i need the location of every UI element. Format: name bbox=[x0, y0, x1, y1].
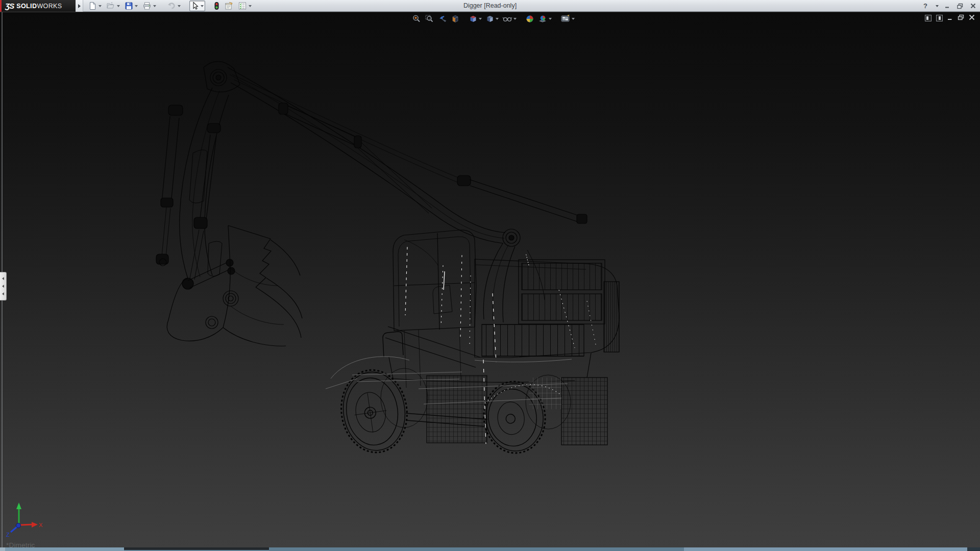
pane-bar-icon bbox=[926, 16, 928, 20]
hide-show-items-icon bbox=[502, 14, 512, 23]
toggle-left-pane-button[interactable] bbox=[925, 15, 932, 21]
save-button[interactable] bbox=[123, 1, 139, 11]
menu-expand-button[interactable] bbox=[76, 0, 83, 12]
print-icon bbox=[142, 2, 152, 10]
hide-show-dropdown-arrow[interactable] bbox=[513, 18, 517, 20]
taskbar-segment[interactable] bbox=[269, 547, 684, 551]
zoom-to-area-button[interactable] bbox=[424, 14, 434, 24]
doc-minimize-button[interactable] bbox=[947, 15, 953, 21]
options-button[interactable] bbox=[236, 1, 253, 11]
view-orientation-icon bbox=[469, 14, 478, 23]
expand-arrow-icon bbox=[78, 4, 81, 8]
view-orientation-dropdown-arrow[interactable] bbox=[479, 18, 482, 20]
doc-close-button[interactable] bbox=[969, 14, 975, 21]
toggle-pane-button[interactable] bbox=[936, 15, 943, 21]
select-arrow-icon bbox=[191, 2, 199, 10]
select-dropdown-arrow[interactable] bbox=[201, 5, 204, 7]
logo-red-strip bbox=[0, 0, 2, 12]
hide-show-items-button[interactable] bbox=[502, 14, 517, 24]
section-view-button[interactable] bbox=[450, 14, 460, 24]
rebuild-button[interactable] bbox=[212, 1, 221, 11]
select-button[interactable] bbox=[189, 1, 205, 11]
view-settings-button[interactable] bbox=[560, 14, 575, 24]
dassault-logo-glyph: ƷS bbox=[5, 2, 14, 10]
rebuild-traffic-light-icon bbox=[214, 2, 219, 10]
doc-minimize-icon bbox=[947, 15, 953, 20]
edit-appearance-icon bbox=[525, 14, 534, 23]
help-button[interactable]: ? bbox=[921, 2, 929, 10]
new-document-button[interactable] bbox=[87, 1, 103, 11]
close-icon bbox=[970, 3, 976, 9]
undo-button[interactable] bbox=[165, 1, 182, 11]
taskbar-segment bbox=[0, 547, 5, 551]
restore-button[interactable] bbox=[956, 2, 964, 10]
section-view-icon bbox=[451, 14, 460, 23]
brand-works: WORKS bbox=[37, 3, 62, 10]
previous-view-icon bbox=[437, 14, 447, 23]
apply-scene-dropdown-arrow[interactable] bbox=[549, 18, 552, 20]
doc-restore-icon bbox=[958, 14, 964, 20]
doc-restore-button[interactable] bbox=[958, 14, 964, 21]
display-style-dropdown-arrow[interactable] bbox=[496, 18, 499, 20]
quick-access-toolbar bbox=[87, 0, 253, 12]
title-bar: ƷS SOLIDWORKS Digger [Read-only] bbox=[0, 0, 980, 12]
new-document-icon bbox=[88, 2, 97, 10]
taskbar-segment[interactable] bbox=[684, 547, 967, 551]
options-dropdown-arrow[interactable] bbox=[249, 5, 252, 7]
apply-scene-button[interactable] bbox=[537, 14, 552, 24]
minimize-icon bbox=[945, 3, 950, 9]
brand-solid: SOLID bbox=[16, 3, 37, 10]
solidworks-logo: ƷS SOLIDWORKS bbox=[0, 0, 76, 12]
document-window-controls bbox=[925, 14, 975, 21]
display-style-button[interactable] bbox=[485, 14, 499, 24]
taskbar-segment[interactable] bbox=[124, 547, 269, 550]
undo-dropdown-arrow[interactable] bbox=[178, 5, 181, 7]
zoom-to-fit-icon bbox=[412, 14, 421, 23]
help-dropdown-arrow[interactable] bbox=[936, 5, 939, 7]
file-properties-button[interactable] bbox=[223, 1, 235, 11]
collapse-arrow-icon bbox=[2, 285, 4, 288]
taskbar-segment[interactable] bbox=[5, 547, 124, 551]
doc-close-icon bbox=[969, 14, 975, 20]
restore-icon bbox=[957, 3, 963, 9]
apply-scene-icon bbox=[538, 14, 548, 23]
help-glyph: ? bbox=[923, 2, 927, 10]
graphics-viewport[interactable] bbox=[0, 12, 980, 547]
view-orientation-button[interactable] bbox=[468, 14, 482, 24]
previous-view-button[interactable] bbox=[437, 14, 448, 24]
file-properties-icon bbox=[224, 2, 233, 10]
view-settings-icon bbox=[560, 14, 571, 23]
open-dropdown-arrow[interactable] bbox=[117, 5, 120, 7]
print-button[interactable] bbox=[141, 1, 158, 11]
pane-bar-icon bbox=[939, 16, 941, 20]
heads-up-view-toolbar bbox=[411, 14, 575, 24]
options-icon bbox=[238, 2, 247, 10]
edit-appearance-button[interactable] bbox=[525, 14, 535, 24]
print-dropdown-arrow[interactable] bbox=[153, 5, 156, 7]
undo-icon bbox=[166, 2, 176, 10]
collapse-arrow-icon bbox=[2, 277, 4, 280]
featuremanager-collapse-handle[interactable] bbox=[0, 272, 7, 300]
taskbar-segment bbox=[967, 547, 980, 551]
taskbar-edge[interactable] bbox=[0, 547, 980, 551]
view-settings-dropdown-arrow[interactable] bbox=[572, 18, 575, 20]
zoom-to-fit-button[interactable] bbox=[411, 14, 422, 24]
collapse-arrow-icon bbox=[2, 292, 4, 295]
save-dropdown-arrow[interactable] bbox=[135, 5, 138, 7]
open-button[interactable] bbox=[105, 1, 121, 11]
new-dropdown-arrow[interactable] bbox=[99, 5, 102, 7]
display-style-icon bbox=[485, 14, 495, 23]
window-controls: ? bbox=[921, 0, 977, 12]
save-icon bbox=[125, 2, 133, 10]
minimize-button[interactable] bbox=[943, 2, 951, 10]
zoom-to-area-icon bbox=[425, 14, 434, 23]
close-button[interactable] bbox=[969, 2, 977, 10]
open-icon bbox=[106, 2, 115, 10]
